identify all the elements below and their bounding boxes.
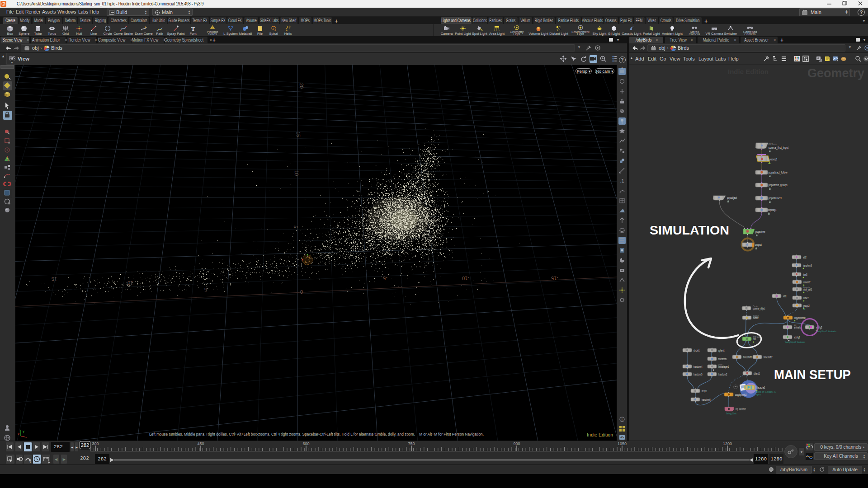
svg-text:popattract_follow: popattract_follow	[769, 170, 788, 174]
svg-text:1050: 1050	[618, 441, 627, 446]
svg-text:.1: .1	[620, 178, 624, 183]
svg-text:timeshift1: timeshift1	[743, 356, 752, 359]
svg-text:number: number	[753, 316, 759, 319]
svg-text:copytopoints3: copytopoints3	[735, 393, 747, 397]
svg-text:filecache1: filecache1	[756, 386, 765, 389]
svg-text:15: 15	[52, 276, 57, 282]
svg-text:transform1: transform1	[718, 357, 727, 361]
svg-text:0: 0	[300, 289, 303, 295]
svg-text:MAIN SETUP: MAIN SETUP	[774, 367, 851, 382]
svg-text:group12: group12	[803, 304, 810, 308]
svg-text:20: 20	[299, 83, 304, 89]
svg-text:circle1: circle1	[693, 349, 700, 352]
svg-text:450: 450	[197, 441, 204, 446]
svg-text:Indie Edition: Indie Edition	[587, 432, 613, 437]
svg-text:transform3: transform3	[803, 264, 812, 267]
svg-text:rop_alembic1: rop_alembic1	[736, 408, 746, 411]
svg-text:transform4: transform4	[693, 365, 703, 368]
svg-text:10: 10	[127, 280, 133, 286]
svg-text:add2: add2	[803, 256, 807, 259]
svg-text:x: x	[18, 432, 19, 436]
svg-text:y: y	[23, 429, 24, 433]
svg-text:vizrig1: vizrig1	[794, 336, 800, 339]
svg-text:transform2: transform2	[718, 373, 727, 376]
svg-text:man: man	[803, 308, 805, 310]
svg-text:T: T	[191, 25, 195, 32]
svg-text:copytopoints2: copytopoints2	[794, 316, 806, 320]
svg-text:SIMULATION: SIMULATION	[650, 224, 729, 237]
svg-text:600: 600	[302, 441, 309, 446]
svg-text:-5: -5	[383, 276, 387, 281]
svg-text:add1: add1	[783, 295, 787, 298]
svg-text:merge1: merge1	[702, 389, 707, 393]
svg-text:sblend1: sblend1	[754, 372, 760, 375]
svg-text:popobject: popobject	[727, 196, 737, 200]
svg-text:bgeo.sc: bgeo.sc	[756, 393, 761, 396]
svg-text:-15: -15	[551, 276, 558, 281]
svg-text:300: 300	[92, 441, 99, 446]
svg-text:5: 5	[293, 225, 298, 228]
svg-text:sim: sim	[753, 338, 756, 341]
svg-text:1200: 1200	[723, 441, 732, 446]
svg-text:transform6: transform6	[702, 398, 711, 401]
svg-text:Viewing Output 1: Visualisatio: Viewing Output 1: Visualisation	[816, 330, 836, 333]
svg-text:Indie Edition: Indie Edition	[728, 68, 769, 75]
svg-text:10: 10	[294, 170, 299, 176]
svg-text:spawner_object: spawner_object	[753, 307, 765, 310]
svg-text:dual_path1: dual_path1	[803, 288, 812, 291]
svg-text:900: 900	[513, 441, 520, 446]
svg-text:Left mouse tumbles. Middle pan: Left mouse tumbles. Middle pans. Right d…	[149, 432, 484, 436]
svg-text:15: 15	[296, 131, 301, 137]
svg-text:5: 5	[204, 287, 207, 292]
svg-text:vizrig2: vizrig2	[816, 326, 822, 329]
svg-text:popvop1: popvop1	[769, 157, 777, 161]
svg-text:convert2: convert2	[803, 281, 811, 284]
svg-text:750: 750	[408, 441, 415, 446]
svg-text:popdrag1: popdrag1	[768, 208, 777, 212]
svg-text:sphere1: sphere1	[718, 349, 725, 352]
svg-text:-10: -10	[462, 276, 469, 281]
svg-text:Starlings_01.abc: Starlings_01.abc	[726, 412, 737, 415]
svg-text:source_first_input: source_first_input	[769, 145, 789, 150]
svg-text:timeshift2: timeshift2	[764, 356, 773, 359]
svg-text:popinteract1: popinteract1	[769, 196, 782, 200]
svg-text:popsolver: popsolver	[755, 230, 765, 234]
svg-text:popattract_groups: popattract_groups	[769, 183, 788, 187]
svg-text:curve2: curve2	[803, 296, 809, 300]
svg-text:Viewing Output 1: Visualisatio: Viewing Output 1: Visualisation	[785, 341, 805, 343]
svg-text:lineartaper1: lineartaper1	[718, 365, 729, 369]
svg-text:Geometry: Geometry	[807, 66, 864, 80]
svg-text:transform5: transform5	[693, 373, 703, 376]
svg-text:output: output	[755, 243, 762, 247]
svg-text:fuse3: fuse3	[803, 273, 807, 276]
svg-text:i: i	[622, 418, 623, 422]
